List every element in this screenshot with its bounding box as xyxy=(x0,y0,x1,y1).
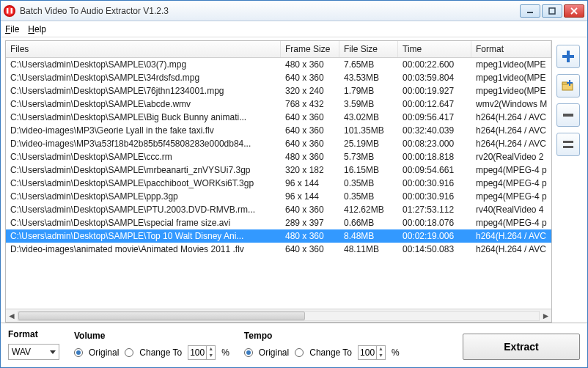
cell: 320 x 182 xyxy=(281,164,339,176)
spin-up-icon[interactable]: ▲ xyxy=(376,346,385,353)
horizontal-scrollbar[interactable]: ◄ ► xyxy=(6,309,551,322)
table-row[interactable]: C:\Users\admin\Desktop\SAMPLE\PTU.2003.D… xyxy=(6,203,551,216)
cell: 0.35MB xyxy=(339,177,398,189)
cell: C:\Users\admin\Desktop\SAMPLE\mrbeanarti… xyxy=(6,164,281,176)
col-time[interactable]: Time xyxy=(398,41,471,57)
col-size[interactable]: File Size xyxy=(339,41,398,57)
table-row[interactable]: C:\Users\admin\Desktop\SAMPLE\34rdsfsd.m… xyxy=(6,71,551,84)
cell: 768 x 432 xyxy=(281,98,339,110)
cell: 00:00:18.076 xyxy=(398,217,471,229)
cell: 00:09:54.661 xyxy=(398,164,471,176)
table-row[interactable]: C:\Users\admin\Desktop\SAMPLE\Big Buck B… xyxy=(6,111,551,124)
svg-rect-9 xyxy=(567,82,573,84)
volume-original-radio[interactable] xyxy=(74,348,83,357)
cell: 640 x 360 xyxy=(281,138,339,150)
tempo-original-radio[interactable] xyxy=(244,348,253,357)
cell: 480 x 360 xyxy=(281,59,339,70)
cell: 01:27:53.112 xyxy=(398,204,471,216)
cell: 00:00:30.916 xyxy=(398,177,471,189)
table-row[interactable]: C:\Users\admin\Desktop\SAMPLE\mrbeanarti… xyxy=(6,163,551,177)
add-folder-button[interactable] xyxy=(556,74,580,97)
remove-button[interactable] xyxy=(556,103,580,127)
volume-original-label: Original xyxy=(89,347,119,358)
spin-down-icon[interactable]: ▼ xyxy=(206,353,215,359)
close-button[interactable] xyxy=(564,4,584,18)
cell: D:\video-images\MP3\a53f18b42b85b5f45808… xyxy=(6,138,281,150)
table-row[interactable]: C:\Users\admin\Desktop\SAMPLE\abcde.wmv7… xyxy=(6,97,551,111)
table-row[interactable]: D:\video-images\MP3\a53f18b42b85b5f45808… xyxy=(6,137,551,150)
spin-down-icon[interactable]: ▼ xyxy=(376,353,385,359)
scroll-right-arrow[interactable]: ► xyxy=(540,310,551,322)
cell: D:\video-images\MP3\Georie Lyall in the … xyxy=(6,125,281,136)
cell: rv40(RealVideo 4 xyxy=(471,204,551,216)
file-table: Files Frame Size File Size Time Format C… xyxy=(5,40,552,323)
cell: 0.35MB xyxy=(339,191,398,202)
cell: mpeg4(MPEG-4 p xyxy=(471,217,551,229)
maximize-button[interactable] xyxy=(542,4,562,18)
scroll-left-arrow[interactable]: ◄ xyxy=(6,310,18,322)
cell: 00:32:40.039 xyxy=(398,125,471,136)
cell: C:\Users\admin\Desktop\SAMPLE\ppp.3gp xyxy=(6,191,281,202)
table-row[interactable]: D:\video-images\MP3\Georie Lyall in the … xyxy=(6,124,551,137)
tempo-group: Tempo Original Change To 100 ▲▼ % xyxy=(244,331,400,360)
cell: 8.48MB xyxy=(339,230,398,242)
cell: mpeg4(MPEG-4 p xyxy=(471,164,551,176)
cell: C:\Users\admin\Desktop\SAMPLE\ccc.rm xyxy=(6,151,281,163)
table-row[interactable]: D:\video-images\animated movie\Animated … xyxy=(6,243,551,256)
col-files[interactable]: Files xyxy=(6,41,281,57)
cell: 480 x 360 xyxy=(281,230,339,242)
cell: 96 x 144 xyxy=(281,177,339,189)
titlebar: Batch Video To Audio Extractor V1.2.3 xyxy=(1,1,587,21)
cell: 480 x 360 xyxy=(281,151,339,163)
cell: 7.65MB xyxy=(339,59,398,70)
cell: h264(H.264 / AVC xyxy=(471,230,551,242)
cell: 48.11MB xyxy=(339,243,398,255)
add-file-button[interactable] xyxy=(556,45,580,68)
volume-label: Volume xyxy=(74,331,229,341)
cell: h264(H.264 / AVC xyxy=(471,138,551,150)
volume-spin[interactable]: 100 ▲▼ xyxy=(188,345,216,360)
extract-button[interactable]: Extract xyxy=(463,334,580,360)
volume-change-radio[interactable] xyxy=(125,348,133,357)
cell: 00:00:19.927 xyxy=(398,85,471,97)
tempo-spin[interactable]: 100 ▲▼ xyxy=(358,345,386,360)
cell: 1.79MB xyxy=(339,85,398,97)
cell: 00:00:18.818 xyxy=(398,151,471,163)
cell: h264(H.264 / AVC xyxy=(471,111,551,123)
app-icon xyxy=(4,5,15,17)
tempo-change-radio[interactable] xyxy=(295,348,304,357)
side-buttons xyxy=(556,40,583,323)
volume-percent: % xyxy=(221,347,229,358)
cell: 96 x 144 xyxy=(281,191,339,202)
table-row[interactable]: C:\Users\admin\Desktop\SAMPLE\pacchiboot… xyxy=(6,177,551,190)
menu-file[interactable]: File xyxy=(5,24,19,34)
cell: rv20(RealVideo 2 xyxy=(471,151,551,163)
cell: 320 x 240 xyxy=(281,85,339,97)
format-group: Format WAV xyxy=(8,329,59,360)
cell: C:\Users\admin\Desktop\SAMPLE\PTU.2003.D… xyxy=(6,204,281,216)
table-row[interactable]: C:\Users\admin\Desktop\SAMPLE\ccc.rm480 … xyxy=(6,150,551,163)
cell: 43.02MB xyxy=(339,111,398,123)
table-row[interactable]: C:\Users\admin\Desktop\SAMPLE\ppp.3gp96 … xyxy=(6,190,551,203)
format-label: Format xyxy=(8,329,59,339)
minimize-button[interactable] xyxy=(520,4,540,18)
col-frame[interactable]: Frame Size xyxy=(281,41,339,57)
col-format[interactable]: Format xyxy=(471,41,551,57)
table-row[interactable]: C:\Users\admin\Desktop\SAMPLE\Top 10 Wal… xyxy=(6,229,551,243)
cell: h264(H.264 / AVC xyxy=(471,243,551,255)
scroll-thumb[interactable] xyxy=(18,312,305,320)
menu-help[interactable]: Help xyxy=(28,24,46,34)
format-value: WAV xyxy=(12,347,31,357)
clear-button[interactable] xyxy=(556,133,580,156)
spin-up-icon[interactable]: ▲ xyxy=(206,346,215,353)
cell: 289 x 397 xyxy=(281,217,339,229)
cell: C:\Users\admin\Desktop\SAMPLE\abcde.wmv xyxy=(6,98,281,110)
cell: 00:00:12.647 xyxy=(398,98,471,110)
table-row[interactable]: C:\Users\admin\Desktop\SAMPLE\76jthn1234… xyxy=(6,84,551,97)
table-row[interactable]: C:\Users\admin\Desktop\SAMPLE\special fr… xyxy=(6,216,551,229)
cell: C:\Users\admin\Desktop\SAMPLE\76jthn1234… xyxy=(6,85,281,97)
cell: 640 x 360 xyxy=(281,243,339,255)
svg-rect-10 xyxy=(563,114,573,117)
format-select[interactable]: WAV xyxy=(8,344,59,360)
table-row[interactable]: C:\Users\admin\Desktop\SAMPLE\03(7).mpg4… xyxy=(6,58,551,71)
